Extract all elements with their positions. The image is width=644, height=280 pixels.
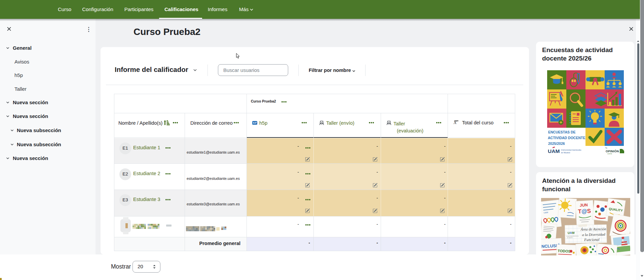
svg-text:Funcional: Funcional <box>584 237 599 242</box>
svg-text:2025/2026: 2025/2026 <box>548 142 565 146</box>
svg-text:Área de Atención: Área de Atención <box>580 227 606 231</box>
svg-text:a la Diversidad: a la Diversidad <box>582 232 605 237</box>
svg-text:TODOS: TODOS <box>558 249 571 253</box>
svg-text:ACTIVIDAD DOCENTE: ACTIVIDAD DOCENTE <box>548 136 585 140</box>
svg-text:de Madrid: de Madrid <box>567 237 572 238</box>
svg-text:T@S: T@S <box>578 208 591 215</box>
svg-text:Universidad Autónoma: Universidad Autónoma <box>566 235 578 237</box>
svg-text:UAM: UAM <box>568 231 575 235</box>
svg-text:ENCUESTAS DE: ENCUESTAS DE <box>548 130 575 134</box>
svg-text:JUN: JUN <box>579 203 588 208</box>
svg-text:H-P: H-P <box>253 122 257 124</box>
